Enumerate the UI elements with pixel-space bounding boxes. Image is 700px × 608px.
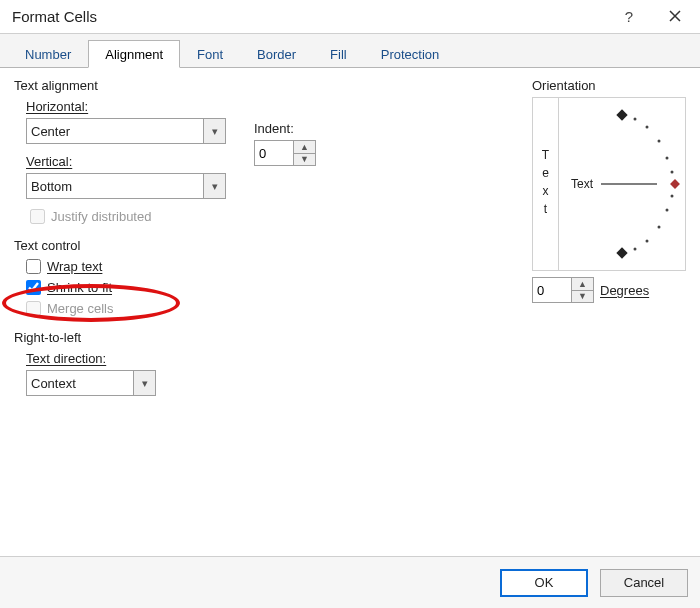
- spinner-indent[interactable]: ▲ ▼: [254, 140, 316, 166]
- tab-border[interactable]: Border: [240, 40, 313, 68]
- alignment-panel: Text alignment Horizontal: Center ▾ Vert…: [0, 68, 700, 556]
- ok-button[interactable]: OK: [500, 569, 588, 597]
- degrees-up[interactable]: ▲: [572, 278, 593, 291]
- chevron-down-icon: ▾: [212, 180, 218, 193]
- chevron-down-icon: ▾: [142, 377, 148, 390]
- combo-vertical-button[interactable]: ▾: [203, 174, 225, 198]
- label-degrees: Degrees: [600, 283, 649, 298]
- indent-input[interactable]: [254, 140, 294, 166]
- orientation-dial[interactable]: Text: [559, 98, 685, 270]
- dialog-footer: OK Cancel: [0, 556, 700, 608]
- close-button[interactable]: [652, 0, 698, 34]
- tab-alignment[interactable]: Alignment: [88, 40, 180, 68]
- chevron-down-icon: ▾: [212, 125, 218, 138]
- label-vertical: Vertical:: [26, 154, 226, 169]
- cancel-button[interactable]: Cancel: [600, 569, 688, 597]
- degrees-stepper[interactable]: ▲ ▼: [572, 277, 594, 303]
- help-button[interactable]: ?: [606, 0, 652, 34]
- combo-text-direction[interactable]: Context ▾: [26, 370, 156, 396]
- tab-protect[interactable]: Protection: [364, 40, 457, 68]
- spinner-degrees[interactable]: ▲ ▼: [532, 277, 594, 303]
- combo-text-direction-button[interactable]: ▾: [133, 371, 155, 395]
- check-justify-distributed: Justify distributed: [30, 209, 226, 224]
- label-text-direction: Text direction:: [26, 351, 686, 366]
- tab-font[interactable]: Font: [180, 40, 240, 68]
- combo-horizontal-button[interactable]: ▾: [203, 119, 225, 143]
- window-title: Format Cells: [12, 8, 606, 25]
- tab-number[interactable]: Number: [8, 40, 88, 68]
- check-merge-cells: Merge cells: [26, 301, 686, 316]
- section-orientation: Orientation Text Text: [532, 78, 686, 303]
- degrees-down[interactable]: ▼: [572, 291, 593, 303]
- section-rtl: Right-to-left: [14, 330, 686, 345]
- indent-down[interactable]: ▼: [294, 154, 315, 166]
- combo-vertical[interactable]: Bottom ▾: [26, 173, 226, 199]
- close-icon: [669, 8, 681, 25]
- title-bar: Format Cells ?: [0, 0, 700, 34]
- degrees-input[interactable]: [532, 277, 572, 303]
- indent-up[interactable]: ▲: [294, 141, 315, 154]
- combo-horizontal[interactable]: Center ▾: [26, 118, 226, 144]
- indent-stepper[interactable]: ▲ ▼: [294, 140, 316, 166]
- tab-strip: Number Alignment Font Border Fill Protec…: [0, 34, 700, 68]
- label-indent: Indent:: [254, 121, 316, 136]
- label-horizontal: Horizontal:: [26, 99, 226, 114]
- orientation-vertical-text[interactable]: Text: [533, 98, 559, 270]
- tab-fill[interactable]: Fill: [313, 40, 364, 68]
